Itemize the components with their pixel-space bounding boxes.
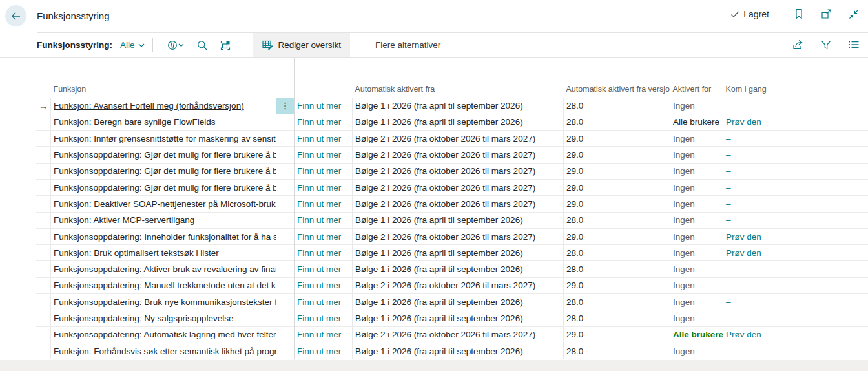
learn-more-link[interactable]: Finn ut mer <box>297 281 341 290</box>
enabled-for-cell[interactable]: Ingen <box>670 261 723 277</box>
get-started-cell[interactable]: – <box>723 277 851 293</box>
table-row[interactable]: Funksjon: Bruk optimalisert tekstsøk i l… <box>36 245 868 261</box>
version-cell[interactable]: 29.0 <box>564 326 670 343</box>
feature-name-cell[interactable]: Funksjonsoppdatering: Inneholder funksjo… <box>51 228 276 244</box>
auto-enabled-from-cell[interactable]: Bølge 1 i 2026 (fra april til september … <box>353 98 564 114</box>
version-cell[interactable]: 28.0 <box>564 245 670 261</box>
version-cell[interactable]: 29.0 <box>564 131 670 147</box>
enabled-for-value[interactable]: Ingen <box>673 101 695 111</box>
feature-name[interactable]: Funksjonsoppdatering: Automatisk lagring… <box>54 330 276 339</box>
version-cell[interactable]: 29.0 <box>564 163 670 179</box>
row-menu-cell[interactable] <box>276 179 294 195</box>
version-cell[interactable]: 29.0 <box>564 147 670 163</box>
enabled-for-cell[interactable]: Ingen <box>670 245 723 261</box>
version-cell[interactable]: 28.0 <box>564 261 670 277</box>
enabled-for-value[interactable]: Ingen <box>673 248 695 258</box>
learn-more-cell[interactable]: Finn ut mer <box>294 228 353 244</box>
learn-more-link[interactable]: Finn ut mer <box>297 183 341 193</box>
back-button[interactable] <box>5 5 26 26</box>
feature-name-cell[interactable]: Funksjonsoppdatering: Gjør det mulig for… <box>51 179 276 195</box>
version-cell[interactable]: 28.0 <box>564 343 670 359</box>
get-started-cell[interactable]: – <box>723 261 851 277</box>
enabled-for-cell[interactable]: Ingen <box>670 131 723 147</box>
enabled-for-value[interactable]: Ingen <box>673 150 695 160</box>
row-menu-cell[interactable] <box>276 277 294 293</box>
filter-icon[interactable] <box>821 40 831 50</box>
auto-enabled-from-cell[interactable]: Bølge 2 i 2026 (fra oktober 2026 til mar… <box>353 179 564 195</box>
row-menu-cell[interactable]: ⋮ <box>276 98 294 114</box>
learn-more-link[interactable]: Finn ut mer <box>297 330 341 339</box>
feature-name[interactable]: Funksjonsoppdatering: Gjør det mulig for… <box>54 150 276 160</box>
learn-more-link[interactable]: Finn ut mer <box>297 346 341 356</box>
learn-more-link[interactable]: Finn ut mer <box>297 199 341 209</box>
enabled-for-cell[interactable]: Ingen <box>670 147 723 163</box>
get-started-dash[interactable]: – <box>726 134 731 143</box>
row-select-indicator[interactable] <box>36 245 51 261</box>
version-cell[interactable]: 28.0 <box>564 114 670 130</box>
get-started-cell[interactable]: Prøv den <box>723 326 851 343</box>
row-select-indicator[interactable] <box>36 212 51 228</box>
column-header-funksjon[interactable]: Funksjon <box>51 81 276 98</box>
feature-name-cell[interactable]: Funksjonsoppdatering: Gjør det mulig for… <box>51 147 276 163</box>
get-started-cell[interactable]: – <box>723 131 851 147</box>
enabled-for-cell[interactable]: Ingen <box>670 98 723 114</box>
row-select-indicator[interactable] <box>36 179 51 195</box>
version-cell[interactable]: 28.0 <box>564 294 670 310</box>
version-cell[interactable]: 29.0 <box>564 196 670 212</box>
enabled-for-cell[interactable]: Ingen <box>670 294 723 310</box>
get-started-dash[interactable]: – <box>726 166 731 176</box>
row-select-indicator[interactable] <box>36 163 51 179</box>
learn-more-cell[interactable]: Finn ut mer <box>294 114 353 130</box>
auto-enabled-from-cell[interactable]: Bølge 2 i 2026 (fra oktober 2026 til mar… <box>353 163 564 179</box>
feature-name-cell[interactable]: Funksjon: Aktiver MCP-servertilgang <box>51 212 276 228</box>
learn-more-cell[interactable]: Finn ut mer <box>294 310 353 326</box>
row-menu-cell[interactable] <box>276 114 294 130</box>
enabled-for-cell[interactable]: Ingen <box>670 196 723 212</box>
get-started-dash[interactable]: – <box>726 297 731 307</box>
enabled-for-value[interactable]: Ingen <box>673 215 695 225</box>
enabled-for-value[interactable]: Alle brukere <box>673 330 723 339</box>
row-select-indicator[interactable] <box>36 343 51 359</box>
get-started-dash[interactable]: – <box>726 215 731 225</box>
get-started-cell[interactable]: – <box>723 343 851 359</box>
row-select-indicator[interactable] <box>36 310 51 326</box>
more-options-button[interactable]: Flere alternativer <box>366 40 450 50</box>
row-select-indicator[interactable] <box>36 114 51 130</box>
learn-more-link[interactable]: Finn ut mer <box>297 264 341 274</box>
analysis-icon[interactable] <box>214 33 237 58</box>
get-started-cell[interactable]: – <box>723 212 851 228</box>
table-row[interactable]: Funksjonsoppdatering: Ny salgsprisopplev… <box>36 310 868 326</box>
table-row[interactable]: Funksjonsoppdatering: Automatisk lagring… <box>36 326 868 343</box>
row-select-indicator[interactable] <box>36 228 51 244</box>
table-row[interactable]: Funksjonsoppdatering: Aktiver bruk av re… <box>36 261 868 277</box>
get-started-cell[interactable]: – <box>723 163 851 179</box>
enabled-for-value[interactable]: Ingen <box>673 346 695 356</box>
enabled-for-cell[interactable]: Ingen <box>670 179 723 195</box>
row-select-indicator[interactable] <box>36 326 51 343</box>
feature-name[interactable]: Funksjonsoppdatering: Bruk nye kommunika… <box>54 297 276 307</box>
learn-more-cell[interactable]: Finn ut mer <box>294 98 353 114</box>
version-cell[interactable]: 29.0 <box>564 179 670 195</box>
auto-enabled-from-cell[interactable]: Bølge 2 i 2026 (fra oktober 2026 til mar… <box>353 147 564 163</box>
table-row[interactable]: Funksjonsoppdatering: Bruk nye kommunika… <box>36 294 868 310</box>
auto-enabled-from-cell[interactable]: Bølge 2 i 2026 (fra oktober 2026 til mar… <box>353 228 564 244</box>
version-cell[interactable]: 28.0 <box>564 310 670 326</box>
row-select-indicator[interactable] <box>36 277 51 293</box>
table-row[interactable]: Funksjonsoppdatering: Manuell trekkmetod… <box>36 277 868 293</box>
enabled-for-cell[interactable]: Ingen <box>670 343 723 359</box>
row-menu-cell[interactable] <box>276 147 294 163</box>
auto-enabled-from-cell[interactable]: Bølge 1 i 2026 (fra april til september … <box>353 212 564 228</box>
feature-name-cell[interactable]: Funksjonsoppdatering: Gjør det mulig for… <box>51 163 276 179</box>
get-started-dash[interactable]: – <box>726 199 731 209</box>
learn-more-link[interactable]: Finn ut mer <box>297 232 341 242</box>
edit-list-button[interactable]: Rediger oversikt <box>253 33 351 58</box>
learn-more-cell[interactable]: Finn ut mer <box>294 326 353 343</box>
enabled-for-value[interactable]: Ingen <box>673 134 695 143</box>
try-it-link[interactable]: Prøv den <box>726 117 761 127</box>
feature-name[interactable]: Funksjon: Aktiver MCP-servertilgang <box>54 215 194 225</box>
feature-name[interactable]: Funksjon: Innfør grensesnittstøtte for m… <box>54 134 276 143</box>
learn-more-link[interactable]: Finn ut mer <box>297 101 341 111</box>
row-menu-cell[interactable] <box>276 261 294 277</box>
auto-enabled-from-cell[interactable]: Bølge 1 i 2026 (fra april til september … <box>353 294 564 310</box>
feature-name-cell[interactable]: Funksjonsoppdatering: Bruk nye kommunika… <box>51 294 276 310</box>
